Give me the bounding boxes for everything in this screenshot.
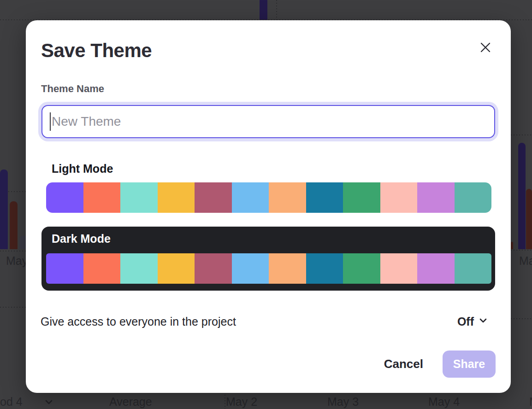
save-theme-modal: Save Theme Theme Name Light Mode Dark Mo… <box>26 20 511 393</box>
access-value: Off <box>457 315 474 328</box>
chevron-down-icon <box>479 316 488 327</box>
button-row: Cancel Share <box>384 350 496 378</box>
palette-swatch <box>269 253 306 284</box>
palette-swatch <box>158 253 195 284</box>
palette-swatch <box>455 253 492 284</box>
axis-label-may4: May 4 <box>428 395 460 409</box>
palette-swatch <box>269 182 306 213</box>
palette-swatch <box>120 182 158 213</box>
close-icon[interactable] <box>479 41 492 54</box>
axis-label-edge: M <box>529 395 532 409</box>
gridline <box>511 318 532 319</box>
axis-line <box>0 251 26 251</box>
palette-swatch <box>195 253 232 284</box>
axis-label-average: Average <box>109 395 152 409</box>
palette-swatch <box>158 182 195 213</box>
text-cursor <box>50 112 51 131</box>
palette-swatch <box>232 182 269 213</box>
background-bar <box>526 189 532 249</box>
dark-mode-label: Dark Mode <box>52 232 111 245</box>
palette-swatch <box>380 253 418 284</box>
gridline <box>511 134 532 135</box>
theme-name-label: Theme Name <box>41 83 104 95</box>
background-bar <box>0 169 8 249</box>
axis-label-right: Ma <box>519 254 532 268</box>
palette-swatch <box>306 182 343 213</box>
palette-swatch <box>380 182 418 213</box>
gridline <box>0 307 26 308</box>
page-title: Save Theme <box>41 40 152 62</box>
palette-swatch <box>195 182 232 213</box>
access-row: Give access to everyone in the project O… <box>41 313 488 330</box>
palette-swatch <box>417 253 455 284</box>
palette-swatch <box>46 182 83 213</box>
axis-label-left: May <box>6 254 28 268</box>
light-palette <box>46 182 491 213</box>
background-bar <box>518 143 526 249</box>
access-dropdown[interactable]: Off <box>457 315 488 328</box>
palette-swatch <box>46 253 83 284</box>
axis-label-may2: May 2 <box>226 395 257 409</box>
palette-swatch <box>83 182 121 213</box>
light-mode-label: Light Mode <box>52 162 113 175</box>
palette-swatch <box>306 253 343 284</box>
theme-name-input[interactable] <box>41 105 495 138</box>
palette-swatch <box>232 253 269 284</box>
chevron-down-icon <box>44 397 54 407</box>
axis-label-period: od 4 <box>0 395 23 409</box>
share-button[interactable]: Share <box>443 351 496 378</box>
cancel-button[interactable]: Cancel <box>384 357 423 371</box>
background-bar <box>260 0 267 20</box>
axis-label-may3: May 3 <box>327 395 359 409</box>
palette-swatch <box>120 253 158 284</box>
palette-swatch <box>83 253 121 284</box>
palette-swatch <box>343 182 380 213</box>
palette-swatch <box>417 182 455 213</box>
dark-palette <box>46 253 491 284</box>
dark-mode-card: Dark Mode <box>41 227 495 291</box>
palette-swatch <box>455 182 492 213</box>
gridline <box>276 0 277 20</box>
palette-swatch <box>343 253 380 284</box>
background-bar <box>511 242 513 249</box>
background-bar <box>10 201 18 249</box>
axis-line <box>511 250 532 251</box>
access-label: Give access to everyone in the project <box>41 315 236 328</box>
